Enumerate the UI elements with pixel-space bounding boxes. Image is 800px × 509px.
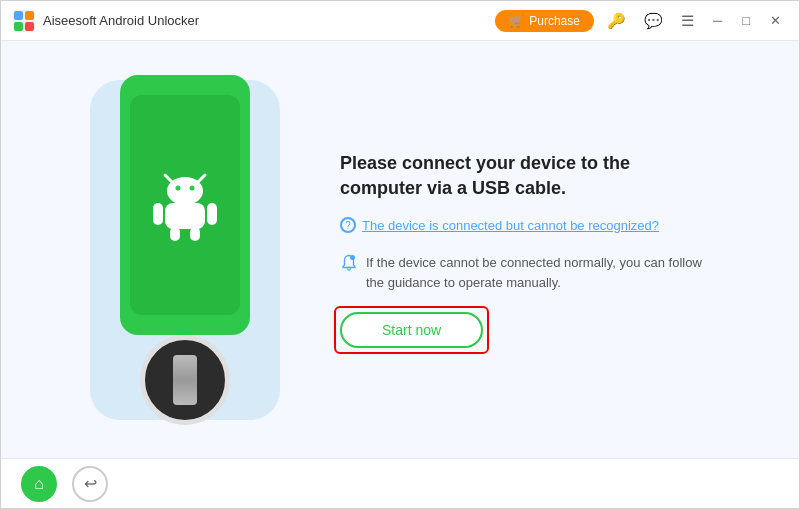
svg-rect-11: [153, 203, 163, 225]
close-button[interactable]: ✕: [764, 11, 787, 30]
device-link-row: ? The device is connected but cannot be …: [340, 217, 720, 233]
purchase-button[interactable]: 🛒 Purchase: [495, 10, 594, 32]
maximize-button[interactable]: □: [736, 11, 756, 30]
guidance-text: If the device cannot be connected normal…: [366, 253, 720, 292]
android-robot-icon: [145, 165, 225, 245]
titlebar-controls: 🛒 Purchase 🔑 💬 ☰ ─ □ ✕: [495, 10, 787, 32]
svg-rect-3: [14, 22, 23, 31]
main-heading: Please connect your device to thecompute…: [340, 151, 720, 201]
svg-rect-14: [190, 227, 200, 241]
svg-point-8: [176, 185, 181, 190]
svg-rect-10: [165, 203, 205, 229]
home-button[interactable]: ⌂: [21, 466, 57, 502]
app-title: Aiseesoft Android Unlocker: [43, 13, 495, 28]
start-now-button[interactable]: Start now: [340, 312, 483, 348]
phone-screen: [130, 95, 240, 315]
svg-rect-13: [170, 227, 180, 241]
back-button[interactable]: ↩: [72, 466, 108, 502]
right-content: Please connect your device to thecompute…: [340, 151, 720, 348]
titlebar: Aiseesoft Android Unlocker 🛒 Purchase 🔑 …: [1, 1, 799, 41]
svg-point-9: [190, 185, 195, 190]
help-icon: ?: [340, 217, 356, 233]
bottom-bar: ⌂ ↩: [1, 458, 799, 508]
app-logo: [13, 10, 35, 32]
guidance-row: If the device cannot be connected normal…: [340, 253, 720, 292]
main-content: Please connect your device to thecompute…: [1, 41, 799, 458]
bell-icon: [340, 254, 358, 272]
key-button[interactable]: 🔑: [602, 10, 631, 32]
device-link-text[interactable]: The device is connected but cannot be re…: [362, 218, 659, 233]
key-icon: 🔑: [607, 12, 626, 30]
minimize-button[interactable]: ─: [707, 11, 728, 30]
svg-point-15: [350, 255, 355, 260]
home-icon: ⌂: [34, 475, 44, 493]
usb-connector: [140, 335, 230, 425]
chat-button[interactable]: 💬: [639, 10, 668, 32]
svg-rect-12: [207, 203, 217, 225]
svg-rect-1: [14, 11, 23, 20]
phone-body: [120, 75, 250, 335]
phone-illustration: [80, 65, 290, 435]
start-now-wrapper: Start now: [340, 312, 483, 348]
purchase-label: Purchase: [529, 14, 580, 28]
menu-icon: ☰: [681, 12, 694, 30]
chat-icon: 💬: [644, 12, 663, 30]
usb-cable: [173, 355, 197, 405]
svg-rect-4: [25, 22, 34, 31]
svg-rect-2: [25, 11, 34, 20]
back-icon: ↩: [84, 474, 97, 493]
svg-point-7: [167, 177, 203, 205]
cart-icon: 🛒: [509, 14, 524, 28]
menu-button[interactable]: ☰: [676, 10, 699, 32]
